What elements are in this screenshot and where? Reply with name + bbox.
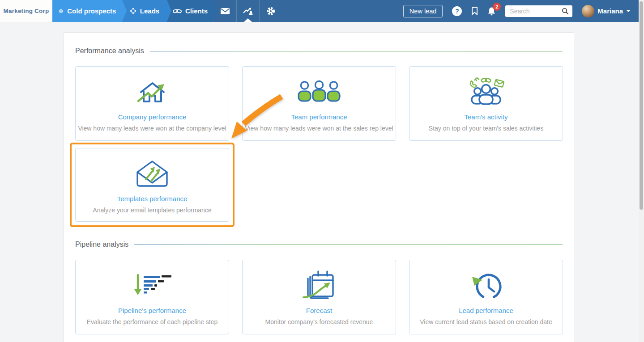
card-subtitle: Evaluate the performance of each pipelin…: [76, 318, 229, 325]
section-title: Pipeline analysis: [75, 241, 128, 249]
company-performance-icon: [76, 74, 229, 110]
forecast-icon: [243, 267, 396, 303]
pipeline-analysis-header: Pipeline analysis: [75, 227, 563, 249]
pipelines-performance-icon: [76, 267, 229, 303]
lead-performance-icon: [409, 267, 563, 303]
section-title: Performance analysis: [75, 47, 144, 55]
card-teams-activity[interactable]: Team's activity Stay on top of your team…: [409, 66, 563, 141]
card-title[interactable]: Pipeline's performance: [76, 307, 229, 314]
search-icon[interactable]: [562, 8, 569, 15]
card-subtitle: Monitor company's forecasted revenue: [243, 318, 396, 325]
vertical-scrollbar[interactable]: [639, 0, 644, 342]
snowflake-icon: ❄: [59, 8, 64, 14]
search-input[interactable]: [510, 8, 562, 15]
gear-icon[interactable]: [259, 0, 282, 22]
top-navbar: Marketing Corp ❄ Cold prospects Leads Cl…: [0, 0, 644, 22]
search-box: [505, 5, 572, 17]
card-subtitle: Stay on top of your team's sales activit…: [409, 125, 563, 132]
card-lead-performance[interactable]: Lead performance View current lead statu…: [409, 260, 563, 334]
card-pipelines-performance[interactable]: Pipeline's performance Evaluate the perf…: [75, 260, 229, 334]
user-menu[interactable]: Mariana: [597, 7, 631, 15]
card-company-performance[interactable]: Company performance View how many leads …: [75, 66, 229, 141]
chevron-down-icon: [626, 10, 631, 12]
card-title[interactable]: Lead performance: [409, 307, 563, 314]
card-subtitle: Analyze your email templates performance: [76, 207, 229, 214]
stats-panel: Performance analysis Company performance…: [64, 32, 574, 342]
card-title[interactable]: Templates performance: [76, 195, 229, 203]
tab-cold-prospects[interactable]: ❄ Cold prospects: [52, 0, 122, 22]
card-title[interactable]: Team's activity: [409, 113, 563, 121]
tab-leads[interactable]: Leads: [122, 0, 167, 22]
scrollbar-thumb[interactable]: [640, 1, 643, 210]
section-divider-line: [150, 51, 563, 51]
help-icon[interactable]: ?: [452, 6, 462, 16]
section-divider-line: [134, 245, 563, 245]
card-title[interactable]: Forecast: [243, 307, 396, 314]
bookmark-icon[interactable]: [471, 7, 478, 15]
tab-label: Clients: [185, 7, 208, 15]
card-templates-performance[interactable]: Templates performance Analyze your email…: [75, 148, 229, 222]
card-team-performance[interactable]: Team performance View how many leads wer…: [242, 66, 396, 141]
move-arrows-icon: [130, 8, 136, 14]
card-subtitle: View how many leads were won at the comp…: [76, 125, 229, 132]
tab-label: Leads: [140, 7, 159, 15]
performance-analysis-header: Performance analysis: [75, 33, 563, 55]
handshake-icon: [173, 8, 182, 14]
templates-performance-highlight: Templates performance Analyze your email…: [70, 143, 235, 227]
card-subtitle: View current lead status based on creati…: [409, 318, 563, 325]
company-logo[interactable]: Marketing Corp: [0, 0, 52, 22]
user-avatar[interactable]: [582, 5, 594, 17]
pipeline-cards-row: Pipeline's performance Evaluate the perf…: [75, 260, 563, 334]
card-subtitle: View how many leads were won at the sale…: [243, 125, 396, 132]
bell-icon[interactable]: 2: [487, 7, 496, 16]
stats-icon[interactable]: [236, 0, 259, 22]
user-name-label: Mariana: [597, 7, 623, 15]
templates-performance-icon: [76, 156, 229, 191]
card-title[interactable]: Company performance: [76, 113, 229, 121]
card-forecast[interactable]: Forecast Monitor company's forecasted re…: [242, 260, 396, 334]
navbar-right-cluster: New lead ? 2 Mariana: [403, 0, 644, 22]
new-lead-button[interactable]: New lead: [403, 5, 443, 17]
card-title[interactable]: Team performance: [243, 113, 396, 121]
teams-activity-icon: [409, 74, 563, 110]
performance-cards-row: Company performance View how many leads …: [75, 66, 563, 141]
tab-clients[interactable]: Clients: [167, 0, 213, 22]
tab-label: Cold prospects: [67, 7, 116, 15]
team-performance-icon: [243, 74, 396, 110]
notification-badge: 2: [493, 3, 501, 11]
